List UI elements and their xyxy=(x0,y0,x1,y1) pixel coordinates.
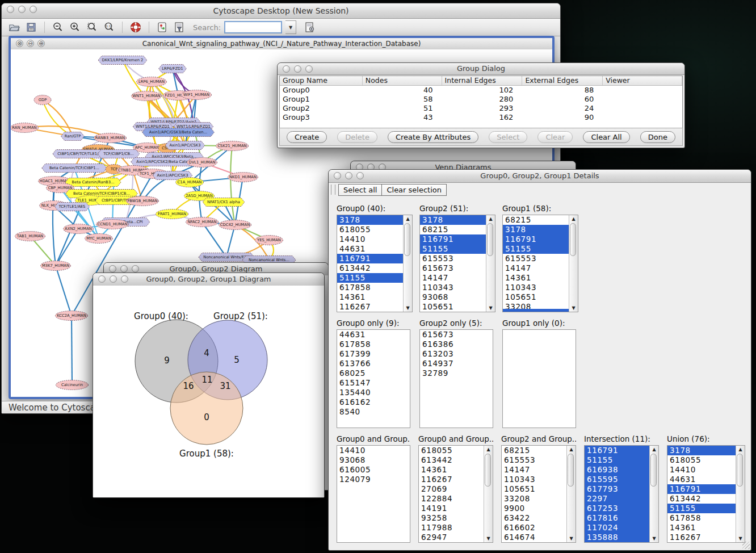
scroll-up-icon[interactable]: ▲ xyxy=(486,215,495,223)
list-item[interactable]: 116267 xyxy=(419,475,484,484)
list-item[interactable]: 51155 xyxy=(503,244,569,254)
close-button[interactable] xyxy=(334,172,341,179)
select-all-button[interactable]: Select all xyxy=(338,184,382,196)
scroll-up-icon[interactable]: ▲ xyxy=(736,446,745,453)
minimize-button[interactable] xyxy=(120,265,128,273)
zoom-button[interactable] xyxy=(30,6,37,13)
search-input[interactable] xyxy=(224,21,282,33)
list-item[interactable]: 135440 xyxy=(337,388,410,397)
scrollbar[interactable]: ▲▼ xyxy=(486,215,495,312)
zoom-button[interactable] xyxy=(305,65,313,73)
scroll-down-icon[interactable]: ▼ xyxy=(484,535,493,542)
list-item[interactable]: 615147 xyxy=(337,378,410,388)
list-item[interactable]: 14361 xyxy=(503,273,569,283)
union-list[interactable]: 3178618055144104463111679161344251155617… xyxy=(667,445,745,543)
network-node[interactable]: CCND1_HUMAN xyxy=(96,220,128,229)
list-item[interactable]: 105651 xyxy=(503,292,569,302)
list-item[interactable]: 616602 xyxy=(502,523,566,533)
network-edge[interactable] xyxy=(230,146,235,225)
list-item[interactable]: 615553 xyxy=(420,254,486,263)
column-header-group-name[interactable]: Group Name xyxy=(280,76,363,85)
list-item[interactable]: 14361 xyxy=(419,465,484,475)
network-node[interactable]: DVL1_HUMAN xyxy=(187,158,217,167)
table-row[interactable]: Group34316290 xyxy=(280,113,682,122)
group1-list[interactable]: 6821531781167915115561555314147143611103… xyxy=(502,215,578,312)
filter-icon[interactable] xyxy=(173,20,186,34)
list-item[interactable]: 105651 xyxy=(502,484,566,494)
network-node[interactable]: TAB1_HUMAN xyxy=(15,232,45,241)
close-button[interactable] xyxy=(109,265,116,273)
network-node[interactable]: M3K7_HUMAN xyxy=(41,261,71,271)
close-icon[interactable]: ⊗ xyxy=(16,40,23,47)
list-item[interactable]: 122884 xyxy=(419,494,484,504)
list-item[interactable]: 614937 xyxy=(420,359,493,368)
list-item[interactable]: 117988 xyxy=(419,523,484,533)
list-item[interactable]: 33208 xyxy=(502,494,566,504)
list-item[interactable]: 124079 xyxy=(337,475,410,484)
list-item[interactable]: 27069 xyxy=(419,484,484,494)
list-item[interactable]: 116791 xyxy=(337,254,403,263)
list-item[interactable]: 117024 xyxy=(585,523,649,533)
list-item[interactable]: 44631 xyxy=(337,244,403,254)
list-item[interactable]: 14147 xyxy=(503,263,569,273)
list-item[interactable]: 93258 xyxy=(419,513,484,523)
list-item[interactable]: 116791 xyxy=(585,446,649,455)
list-item[interactable]: 3178 xyxy=(503,225,569,234)
zoom-button[interactable] xyxy=(132,265,139,273)
close-button[interactable] xyxy=(98,275,106,283)
list-item[interactable]: 615673 xyxy=(420,330,493,340)
network-node[interactable]: TCF/TLE1/AES xyxy=(54,203,89,211)
list-item[interactable]: 617399 xyxy=(337,349,410,359)
network-edge[interactable] xyxy=(56,229,78,266)
network-node[interactable]: FRAT1_HUMAN xyxy=(156,210,188,219)
close-button[interactable] xyxy=(7,6,14,13)
group2-only-list[interactable]: 61567361638661320361493732789 xyxy=(419,329,493,428)
network-edge[interactable] xyxy=(56,266,72,316)
list-item[interactable]: 615673 xyxy=(420,263,486,273)
minimize-button[interactable] xyxy=(18,6,26,13)
help-lifebuoy-icon[interactable] xyxy=(129,20,142,34)
zoom-button[interactable] xyxy=(356,172,364,179)
list-item[interactable]: 14361 xyxy=(337,292,403,302)
scroll-up-icon[interactable]: ▲ xyxy=(404,215,412,223)
list-item[interactable]: 110343 xyxy=(420,283,486,292)
network-node[interactable]: WIF1_HUMAN xyxy=(182,90,212,100)
list-item[interactable]: 616162 xyxy=(337,397,410,407)
list-item[interactable]: 9900 xyxy=(502,504,566,513)
minimize-icon[interactable]: ⊖ xyxy=(27,40,34,47)
list-item[interactable]: 613442 xyxy=(419,455,484,465)
network-node[interactable]: Beta Catenin/TCF/CtBP1... xyxy=(42,164,107,173)
scrollbar-thumb[interactable] xyxy=(404,223,410,256)
minimize-button[interactable] xyxy=(345,172,352,179)
group2-and-group1-list[interactable]: 6821561555314147110343105651332089900634… xyxy=(501,445,576,543)
network-node[interactable]: NFAT1/CK1 alpha xyxy=(203,198,245,207)
vizmapper-icon[interactable] xyxy=(156,20,169,34)
list-item[interactable]: 616386 xyxy=(420,340,493,349)
list-item[interactable]: 617253 xyxy=(585,504,649,513)
network-node[interactable]: Axin1/APC/GSK3/Beta Caten... xyxy=(142,128,215,137)
network-node[interactable]: Ran/GTP xyxy=(61,132,85,141)
column-header-nodes[interactable]: Nodes xyxy=(363,76,442,85)
column-header-viewer[interactable]: Viewer xyxy=(603,76,682,85)
list-item[interactable]: 617816 xyxy=(585,513,649,523)
column-header-internal-edges[interactable]: Internal Edges xyxy=(442,76,523,85)
list-item[interactable]: 44631 xyxy=(667,475,736,484)
group0-and-group1-list[interactable]: 1441093068616005124079 xyxy=(337,445,410,543)
network-edge[interactable] xyxy=(72,316,72,385)
network-node[interactable]: YES_HUMAN xyxy=(255,236,283,245)
network-edge[interactable] xyxy=(43,100,73,136)
list-item[interactable]: 63422 xyxy=(502,513,566,523)
zoom-selected-region-icon[interactable] xyxy=(85,20,99,34)
list-item[interactable]: 618055 xyxy=(419,446,484,455)
list-item[interactable]: 110343 xyxy=(502,475,566,484)
list-item[interactable]: 617793 xyxy=(585,484,649,494)
scroll-down-icon[interactable]: ▼ xyxy=(404,304,412,312)
list-item[interactable]: 615595 xyxy=(585,475,649,484)
scroll-up-icon[interactable]: ▲ xyxy=(650,446,658,453)
network-node[interactable]: CSK21_HUMAN xyxy=(216,141,248,151)
scrollbar-thumb[interactable] xyxy=(570,223,576,256)
network-node[interactable]: LRP6_HUMAN xyxy=(137,77,167,87)
list-item[interactable]: 116267 xyxy=(667,533,736,542)
create-by-attributes-button[interactable]: Create By Attributes xyxy=(388,131,478,143)
scrollbar-thumb[interactable] xyxy=(485,454,491,487)
